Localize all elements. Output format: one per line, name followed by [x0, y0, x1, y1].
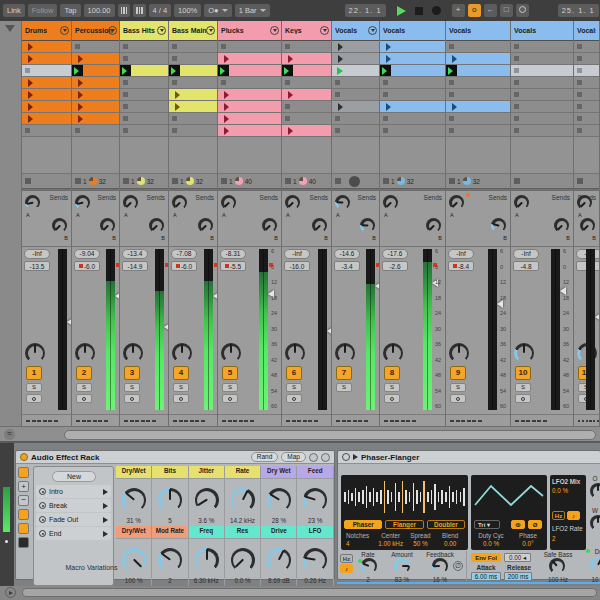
crossfade-row[interactable] — [72, 414, 119, 426]
clip-slot[interactable] — [380, 89, 445, 101]
fader-handle[interactable] — [595, 313, 600, 321]
track-menu-icon[interactable] — [157, 26, 166, 35]
pan-knob[interactable] — [335, 343, 355, 363]
nudge-up-button[interactable] — [133, 4, 146, 17]
macro-knob[interactable] — [267, 488, 291, 512]
clip-stop-button[interactable] — [172, 178, 178, 184]
phase-icon[interactable]: Φ — [511, 520, 525, 529]
clip-slot[interactable] — [574, 101, 599, 113]
clip-slot[interactable] — [446, 125, 510, 137]
send-a-knob[interactable] — [172, 195, 187, 210]
crossfade-row[interactable] — [120, 414, 168, 426]
pan-knob[interactable] — [383, 343, 403, 363]
clip-slot[interactable] — [22, 65, 71, 77]
clip-stop-button[interactable] — [25, 178, 31, 184]
clip-slot[interactable] — [72, 101, 119, 113]
clip-drop-area[interactable] — [120, 137, 168, 174]
mode-phaser-button[interactable]: Phaser — [344, 520, 382, 529]
clip-stop-button[interactable] — [335, 178, 341, 184]
clip-slot[interactable] — [120, 41, 168, 53]
clip-slot[interactable] — [218, 65, 281, 77]
clip-slot[interactable] — [380, 113, 445, 125]
crossfade-row[interactable] — [446, 414, 510, 426]
send-b-knob[interactable] — [491, 218, 506, 233]
lfo2-sync-button[interactable]: ♪ — [567, 511, 580, 520]
crossfade-row[interactable] — [332, 414, 379, 426]
arm-button[interactable] — [124, 394, 140, 403]
track-header[interactable]: Plucks — [218, 21, 281, 41]
clip-drop-area[interactable] — [72, 137, 119, 174]
track-header[interactable]: Drums — [22, 21, 71, 41]
send-b-knob[interactable] — [149, 218, 164, 233]
track-header[interactable]: Vocals — [446, 21, 510, 41]
clip-slot[interactable] — [72, 125, 119, 137]
mode-doubler-button[interactable]: Doubler — [427, 520, 465, 529]
arm-button[interactable] — [76, 394, 92, 403]
track-header[interactable]: Keys — [282, 21, 331, 41]
clip-slot[interactable] — [72, 77, 119, 89]
clip-slot[interactable] — [332, 65, 379, 77]
clip-slot[interactable] — [511, 101, 573, 113]
env-amount-field[interactable]: 0.00 ◂ — [504, 553, 531, 562]
pan-knob[interactable] — [514, 343, 534, 363]
pan-knob[interactable] — [123, 343, 143, 363]
crossfade-row[interactable] — [380, 414, 445, 426]
back-to-arrangement-button[interactable]: ← — [484, 4, 497, 17]
hot-swap-icon[interactable] — [309, 453, 318, 462]
loop-button[interactable] — [516, 4, 529, 17]
clip-slot[interactable] — [22, 89, 71, 101]
macro-value[interactable]: 6.30 kHz — [189, 577, 224, 584]
pan-knob[interactable] — [285, 343, 305, 363]
clip-slot[interactable] — [72, 113, 119, 125]
macro-value[interactable]: 3.6 % — [189, 517, 224, 524]
arm-button[interactable] — [173, 394, 189, 403]
pan-knob[interactable] — [449, 343, 469, 363]
clip-slot[interactable] — [446, 113, 510, 125]
clip-slot[interactable] — [332, 113, 379, 125]
cut-knob[interactable] — [590, 483, 600, 499]
macro-value[interactable]: 8.69 dB — [261, 577, 296, 584]
clip-slot[interactable] — [22, 77, 71, 89]
rate-knob[interactable] — [361, 558, 377, 574]
macro-value[interactable]: 100 % — [116, 577, 151, 584]
launch-variation-icon[interactable] — [103, 489, 108, 495]
track-menu-icon[interactable] — [108, 26, 117, 35]
clip-slot[interactable] — [574, 89, 599, 101]
add-macro-button[interactable]: + — [18, 481, 29, 492]
send-b-knob[interactable] — [580, 218, 595, 233]
groove-menu[interactable]: 1 Bar — [235, 4, 270, 17]
attack-field[interactable]: 6.00 ms — [471, 572, 501, 581]
record-button[interactable] — [432, 6, 441, 15]
clip-slot[interactable] — [511, 65, 573, 77]
volume-display[interactable]: -16.0 — [284, 261, 310, 271]
pan-knob[interactable] — [172, 343, 192, 363]
clip-stop-button[interactable] — [514, 178, 520, 184]
safe-bass-knob[interactable] — [549, 558, 565, 574]
volume-display[interactable]: -5.5 — [220, 261, 246, 271]
clip-slot[interactable] — [72, 53, 119, 65]
clip-slot[interactable] — [218, 101, 281, 113]
follow-button[interactable]: Follow — [28, 4, 58, 17]
macro-knob[interactable] — [267, 548, 291, 572]
mode-flanger-button[interactable]: Flanger — [385, 520, 423, 529]
cut-knob[interactable] — [590, 515, 600, 531]
macro-knob[interactable] — [158, 548, 182, 572]
clip-slot[interactable] — [332, 89, 379, 101]
track-activator-button[interactable]: 1 — [26, 366, 42, 380]
clip-slot[interactable] — [120, 89, 168, 101]
devices-toggle[interactable] — [18, 537, 29, 548]
clip-slot[interactable] — [169, 65, 217, 77]
send-a-knob[interactable] — [25, 195, 40, 210]
launch-variation-icon[interactable] — [103, 531, 108, 537]
env-follower-button[interactable]: Env Fol — [471, 553, 501, 562]
macro-knob[interactable] — [195, 548, 219, 572]
send-b-knob[interactable] — [198, 218, 213, 233]
metronome-menu[interactable]: O● — [204, 4, 231, 17]
solo-button[interactable]: S — [450, 383, 466, 392]
track-menu-icon[interactable] — [368, 26, 377, 35]
clip-slot[interactable] — [282, 77, 331, 89]
clip-slot[interactable] — [218, 125, 281, 137]
send-b-knob[interactable] — [554, 218, 569, 233]
save-preset-icon[interactable] — [321, 453, 330, 462]
volume-display[interactable]: -2.6 — [382, 261, 408, 271]
